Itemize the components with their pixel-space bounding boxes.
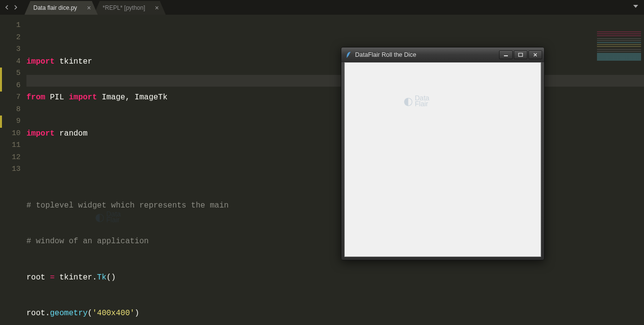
svg-rect-0 xyxy=(504,55,508,56)
code-line: # window of an application xyxy=(26,235,644,248)
line-number: 8 xyxy=(0,104,21,116)
code-line: import tkinter xyxy=(26,56,644,68)
active-line-highlight xyxy=(26,75,644,87)
window-controls xyxy=(499,50,542,59)
line-number: 11 xyxy=(0,139,21,152)
menu-dropdown-icon[interactable] xyxy=(633,4,638,9)
code-line: root = tkinter.Tk() xyxy=(26,272,644,284)
close-button[interactable] xyxy=(528,50,542,59)
code-line: root.geometry('400x400') xyxy=(26,307,644,320)
tab-label: *REPL* [python] xyxy=(103,4,145,11)
code-line: # toplevel widget which represents the m… xyxy=(26,200,644,212)
tkinter-window-title: DataFlair Roll the Dice xyxy=(355,51,499,58)
editor-top-bar: Data flair dice.py × *REPL* [python] × xyxy=(0,0,644,15)
code-editor[interactable]: import tkinter from PIL import Image, Im… xyxy=(26,15,644,325)
tab-close-icon[interactable]: × xyxy=(155,4,159,11)
dataflair-watermark: ◐ DataFlair xyxy=(95,211,121,224)
tab-file-1[interactable]: Data flair dice.py × xyxy=(24,1,98,15)
tab-file-2[interactable]: *REPL* [python] × xyxy=(94,1,166,15)
line-number: 5 xyxy=(0,68,21,80)
tkinter-client-area: ◐ DataFlair xyxy=(344,62,541,257)
nav-back-icon[interactable] xyxy=(3,3,11,11)
code-line: import random xyxy=(26,128,644,140)
line-number: 9 xyxy=(0,116,21,128)
gutter-highlight xyxy=(0,80,2,92)
tab-close-icon[interactable]: × xyxy=(87,4,91,11)
gutter-highlight xyxy=(0,116,2,128)
nav-arrows xyxy=(0,3,23,11)
minimap[interactable] xyxy=(597,31,641,61)
gutter-highlight xyxy=(0,68,2,80)
line-number: 10 xyxy=(0,128,21,140)
dataflair-watermark: ◐ DataFlair xyxy=(404,95,429,108)
editor-area: 1 2 3 4 5 6 7 8 9 10 11 12 13 import tki… xyxy=(0,15,644,325)
code-line: from PIL import Image, ImageTk xyxy=(26,92,644,104)
line-number: 13 xyxy=(0,163,21,176)
minimize-button[interactable] xyxy=(499,50,513,59)
line-number: 12 xyxy=(0,152,21,164)
tkinter-titlebar[interactable]: DataFlair Roll the Dice xyxy=(341,47,544,62)
svg-rect-1 xyxy=(519,53,523,56)
tk-feather-icon xyxy=(345,51,352,58)
line-number: 3 xyxy=(0,44,21,56)
line-number: 4 xyxy=(0,56,21,68)
line-number: 2 xyxy=(0,32,21,44)
nav-forward-icon[interactable] xyxy=(12,3,20,11)
maximize-button[interactable] xyxy=(514,50,527,59)
line-number-gutter: 1 2 3 4 5 6 7 8 9 10 11 12 13 xyxy=(0,15,26,325)
code-line xyxy=(26,163,644,176)
tabs-container: Data flair dice.py × *REPL* [python] × xyxy=(23,0,166,15)
line-number: 7 xyxy=(0,92,21,104)
line-number: 1 xyxy=(0,20,21,32)
line-number: 6 xyxy=(0,80,21,92)
tkinter-window[interactable]: DataFlair Roll the Dice ◐ DataFlair xyxy=(341,47,545,260)
tab-label: Data flair dice.py xyxy=(33,4,77,11)
